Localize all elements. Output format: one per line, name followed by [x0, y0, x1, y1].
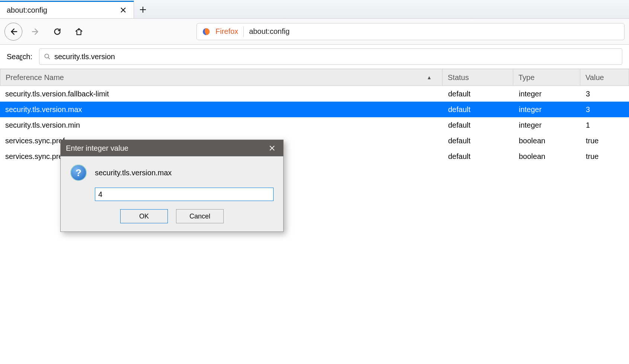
back-button[interactable] [4, 23, 22, 41]
nav-toolbar: Firefox about:config [0, 19, 629, 45]
col-preference-name[interactable]: Preference Name ▲ [0, 69, 443, 86]
search-box[interactable] [39, 48, 622, 65]
col-type[interactable]: Type [513, 69, 580, 86]
tab-bar: about:config [0, 0, 629, 19]
dialog-title: Enter integer value [66, 144, 128, 153]
cell-name: security.tls.version.fallback-limit [0, 90, 443, 98]
cell-type: boolean [514, 152, 581, 161]
question-icon: ? [70, 165, 87, 181]
search-row: Search: [0, 45, 629, 69]
integer-value-dialog: Enter integer value ? security.tls.versi… [60, 140, 284, 232]
urlbar-separator [243, 26, 244, 37]
cell-name: security.tls.version.max [0, 105, 443, 114]
cell-value: 3 [581, 90, 629, 98]
tab-active[interactable]: about:config [0, 1, 134, 18]
search-icon [44, 53, 51, 60]
cell-value: true [581, 152, 629, 161]
firefox-icon [202, 28, 210, 36]
new-tab-button[interactable] [134, 1, 152, 18]
dialog-titlebar[interactable]: Enter integer value [61, 140, 283, 156]
tab-close-icon[interactable] [118, 5, 128, 15]
cell-status: default [443, 121, 514, 130]
col-status[interactable]: Status [443, 69, 513, 86]
col-value[interactable]: Value [580, 69, 629, 86]
dialog-value-input[interactable] [95, 188, 274, 201]
cell-type: integer [514, 105, 581, 114]
home-button[interactable] [71, 23, 87, 40]
cell-type: integer [514, 121, 581, 130]
cell-type: integer [514, 90, 581, 98]
urlbar-text: about:config [249, 27, 290, 36]
search-input[interactable] [54, 52, 617, 61]
sort-asc-icon: ▲ [427, 74, 432, 80]
dialog-ok-button[interactable]: OK [120, 209, 168, 223]
table-header: Preference Name ▲ Status Type Value [0, 69, 629, 86]
url-bar[interactable]: Firefox about:config [197, 23, 625, 40]
reload-button[interactable] [49, 23, 66, 40]
cell-status: default [443, 90, 514, 98]
urlbar-brand: Firefox [215, 27, 238, 36]
dialog-pref-name: security.tls.version.max [95, 169, 172, 177]
cell-name: security.tls.version.min [0, 121, 443, 130]
cell-value: 1 [581, 121, 629, 130]
forward-button[interactable] [28, 23, 44, 40]
cell-status: default [443, 137, 514, 145]
dialog-close-icon[interactable] [266, 142, 278, 154]
search-label: Search: [7, 52, 32, 61]
table-row[interactable]: security.tls.version.fallback-limitdefau… [0, 86, 629, 102]
cell-status: default [443, 105, 514, 114]
tab-title: about:config [7, 6, 118, 15]
cell-value: true [581, 137, 629, 145]
table-row[interactable]: security.tls.version.mindefaultinteger1 [0, 117, 629, 133]
table-row[interactable]: security.tls.version.maxdefaultinteger3 [0, 102, 629, 117]
cell-type: boolean [514, 137, 581, 145]
dialog-cancel-button[interactable]: Cancel [176, 209, 224, 223]
cell-value: 3 [581, 105, 629, 114]
svg-point-1 [45, 54, 49, 58]
cell-status: default [443, 152, 514, 161]
